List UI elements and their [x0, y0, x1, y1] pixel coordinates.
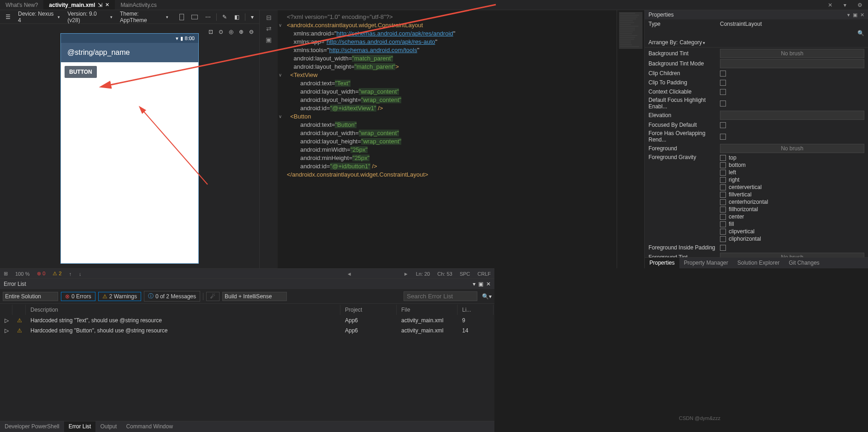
table-row[interactable]: ▷⚠Hardcoded string "Text", should use @s… [1, 316, 493, 325]
checkbox[interactable] [720, 89, 726, 95]
filter-icon[interactable]: ☄ [206, 292, 220, 301]
indent-mode[interactable]: SPC [460, 271, 470, 277]
line-indicator[interactable]: Ln: 20 [416, 271, 430, 277]
tab-git-changes[interactable]: Git Changes [784, 258, 824, 268]
theme-selector[interactable]: Theme: AppTheme [118, 10, 170, 24]
scope-dropdown[interactable]: Entire Solution [3, 292, 58, 301]
checkbox[interactable] [720, 80, 726, 86]
zoom-actual-icon[interactable]: ◎ [227, 28, 235, 36]
warnings-filter-button[interactable]: ⚠2 Warnings [98, 292, 141, 301]
error-search-input[interactable] [404, 291, 477, 301]
tab-output[interactable]: Output [95, 421, 121, 432]
version-selector[interactable]: Version: 9.0 (v28) [65, 10, 114, 24]
zoom-level[interactable]: 100 % [15, 271, 30, 277]
checkbox[interactable] [720, 177, 726, 183]
expand-icon[interactable]: ▷ [5, 327, 9, 334]
error-count[interactable]: ⊗ 0 [37, 271, 45, 277]
checkbox[interactable] [720, 162, 726, 168]
col-indicator[interactable]: Ch: 53 [437, 271, 452, 277]
window-dropdown-icon[interactable]: ▾ [473, 281, 476, 287]
zoom-in-icon[interactable]: ⊕ [237, 28, 245, 36]
brush-picker[interactable]: No brush [720, 253, 864, 257]
brush-picker[interactable]: No brush [720, 49, 864, 58]
tab-error-list[interactable]: Error List [64, 421, 96, 432]
col-line[interactable]: Li... [458, 305, 493, 315]
close-icon[interactable]: ✕ [860, 12, 864, 18]
fold-icon[interactable]: ∨ [279, 71, 282, 79]
checkbox[interactable] [720, 214, 726, 220]
tab-activity-main[interactable]: activity_main.xml ⇲ ✕ [43, 0, 115, 10]
split-horizontal-icon[interactable]: ⊟ [266, 14, 272, 21]
checkbox[interactable] [720, 71, 726, 77]
dropdown-icon[interactable]: ▾ [249, 13, 256, 21]
search-icon[interactable]: 🔍 [857, 30, 864, 36]
tab-dropdown-icon[interactable]: ▾ [838, 0, 852, 10]
collapse-pane-icon[interactable]: ▣ [266, 36, 272, 43]
close-icon[interactable]: ✕ [486, 281, 491, 287]
pin-icon[interactable]: ▣ [478, 281, 483, 287]
arrange-by-dropdown[interactable]: Category [679, 39, 705, 46]
col-description[interactable]: Description [27, 305, 340, 315]
expand-icon[interactable]: ▷ [5, 317, 9, 324]
code-editor[interactable]: <?xml version="1.0" encoding="utf-8"?> ∨… [278, 10, 617, 268]
zoom-out-icon[interactable]: ⊖ [247, 28, 256, 36]
brush-icon[interactable]: ✎ [220, 13, 229, 21]
landscape-icon[interactable] [190, 14, 200, 20]
checkbox[interactable] [720, 207, 726, 213]
split-swap-icon[interactable]: ⇄ [266, 25, 272, 32]
fit-icon[interactable]: ⊡ [207, 28, 215, 36]
text-input[interactable] [720, 111, 864, 120]
checkbox[interactable] [720, 170, 726, 176]
table-row[interactable]: ▷⚠Hardcoded string "Button", should use … [1, 326, 493, 335]
errors-filter-button[interactable]: ⊗0 Errors [61, 292, 95, 301]
portrait-icon[interactable] [178, 13, 186, 21]
checkbox[interactable] [720, 229, 726, 235]
close-icon[interactable]: ✕ [105, 2, 109, 8]
checkbox[interactable] [720, 122, 726, 128]
pin-icon[interactable]: ▣ [853, 12, 857, 18]
bottom-tool-tabs: Developer PowerShell Error List Output C… [0, 421, 494, 432]
checkbox[interactable] [720, 221, 726, 227]
tab-settings-icon[interactable]: ⚙ [852, 0, 868, 10]
col-project[interactable]: Project [341, 305, 397, 315]
fold-icon[interactable]: ∨ [279, 112, 282, 121]
split-icon[interactable]: ⊞ [4, 271, 8, 277]
hamburger-icon[interactable]: ☰ [4, 13, 12, 21]
checkbox[interactable] [720, 184, 726, 190]
messages-filter-button[interactable]: ⓘ0 of 2 Messages [144, 291, 200, 302]
brush-picker[interactable]: No brush [720, 144, 864, 153]
zoom-reset-icon[interactable]: ⊙ [217, 28, 225, 36]
minimap[interactable] [617, 10, 644, 268]
nav-up-icon[interactable]: ↑ [69, 271, 72, 277]
checkbox[interactable] [720, 192, 726, 198]
checkbox[interactable] [720, 155, 726, 161]
tab-whats-new[interactable]: What's New? [0, 0, 43, 10]
line-ending[interactable]: CRLF [477, 271, 491, 277]
window-dropdown-icon[interactable]: ▾ [847, 12, 850, 18]
tab-solution-explorer[interactable]: Solution Explorer [733, 258, 784, 268]
dropdown-input[interactable] [720, 59, 864, 68]
tab-powershell[interactable]: Developer PowerShell [0, 421, 64, 432]
tab-main-activity[interactable]: MainActivity.cs [115, 0, 162, 10]
overflow-icon[interactable]: ⋯ [203, 13, 213, 21]
checkbox[interactable] [720, 236, 726, 242]
checkbox[interactable] [720, 134, 726, 140]
tab-close-document[interactable]: ✕ [822, 0, 838, 10]
tab-command-window[interactable]: Command Window [121, 421, 177, 432]
device-selector[interactable]: Device: Nexus 4 [16, 10, 62, 24]
tab-properties[interactable]: Properties [645, 258, 679, 268]
phone-frame[interactable]: ▾ ▮ 8:00 @string/app_name BUTTON [60, 33, 199, 264]
warning-count[interactable]: ⚠ 2 [53, 271, 61, 277]
col-file[interactable]: File [398, 305, 458, 315]
build-filter-dropdown[interactable]: Build + IntelliSense [222, 292, 287, 301]
fold-icon[interactable]: ∨ [279, 21, 282, 30]
preview-button[interactable]: BUTTON [65, 66, 97, 78]
checkbox[interactable] [720, 101, 726, 107]
search-icon[interactable]: 🔍▾ [482, 293, 492, 300]
tab-property-manager[interactable]: Property Manager [679, 258, 733, 268]
nav-down-icon[interactable]: ↓ [79, 271, 82, 277]
checkbox[interactable] [720, 245, 726, 251]
pin-icon[interactable]: ⇲ [98, 2, 102, 8]
material-icon[interactable]: ◧ [232, 13, 241, 21]
checkbox[interactable] [720, 199, 726, 205]
